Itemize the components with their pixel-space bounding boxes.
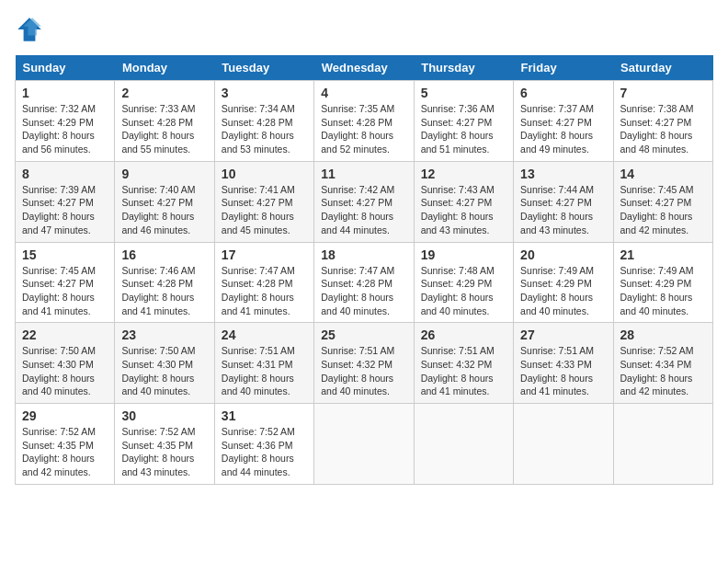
day-number: 25	[321, 327, 406, 342]
day-info: Sunrise: 7:42 AM Sunset: 4:27 PM Dayligh…	[321, 183, 406, 237]
calendar-cell: 22 Sunrise: 7:50 AM Sunset: 4:30 PM Dayl…	[16, 323, 115, 404]
calendar-cell: 23 Sunrise: 7:50 AM Sunset: 4:30 PM Dayl…	[115, 323, 214, 404]
day-info: Sunrise: 7:49 AM Sunset: 4:29 PM Dayligh…	[620, 264, 706, 318]
weekday-header-saturday: Saturday	[613, 55, 712, 81]
day-number: 28	[620, 327, 706, 342]
weekday-header-tuesday: Tuesday	[214, 55, 313, 81]
day-number: 2	[121, 86, 207, 100]
calendar-cell: 20 Sunrise: 7:49 AM Sunset: 4:29 PM Dayl…	[514, 242, 613, 323]
day-number: 11	[321, 167, 406, 181]
calendar-cell	[514, 404, 613, 485]
calendar-cell: 5 Sunrise: 7:36 AM Sunset: 4:27 PM Dayli…	[414, 81, 513, 162]
day-number: 4	[321, 86, 406, 100]
day-number: 1	[22, 86, 108, 100]
day-number: 22	[22, 327, 108, 342]
calendar-cell	[414, 404, 513, 485]
calendar-cell: 16 Sunrise: 7:46 AM Sunset: 4:28 PM Dayl…	[115, 242, 214, 323]
calendar-table: SundayMondayTuesdayWednesdayThursdayFrid…	[15, 55, 713, 485]
day-number: 20	[520, 247, 606, 262]
day-number: 14	[620, 167, 706, 181]
weekday-header-friday: Friday	[514, 55, 613, 81]
calendar-cell: 10 Sunrise: 7:41 AM Sunset: 4:27 PM Dayl…	[214, 161, 313, 242]
day-info: Sunrise: 7:39 AM Sunset: 4:27 PM Dayligh…	[22, 183, 108, 237]
calendar-cell: 11 Sunrise: 7:42 AM Sunset: 4:27 PM Dayl…	[314, 161, 414, 242]
calendar-cell: 13 Sunrise: 7:44 AM Sunset: 4:27 PM Dayl…	[514, 161, 613, 242]
calendar-cell: 27 Sunrise: 7:51 AM Sunset: 4:33 PM Dayl…	[514, 323, 613, 404]
day-info: Sunrise: 7:43 AM Sunset: 4:27 PM Dayligh…	[421, 183, 506, 237]
logo-icon	[15, 15, 44, 44]
day-number: 24	[222, 327, 307, 342]
calendar-cell: 19 Sunrise: 7:48 AM Sunset: 4:29 PM Dayl…	[414, 242, 513, 323]
calendar-cell: 25 Sunrise: 7:51 AM Sunset: 4:32 PM Dayl…	[314, 323, 414, 404]
weekday-header-sunday: Sunday	[16, 55, 115, 81]
calendar-week-1: 1 Sunrise: 7:32 AM Sunset: 4:29 PM Dayli…	[16, 81, 713, 162]
calendar-cell	[314, 404, 414, 485]
calendar-cell: 18 Sunrise: 7:47 AM Sunset: 4:28 PM Dayl…	[314, 242, 414, 323]
day-number: 7	[620, 86, 706, 100]
calendar-cell: 4 Sunrise: 7:35 AM Sunset: 4:28 PM Dayli…	[314, 81, 414, 162]
day-info: Sunrise: 7:45 AM Sunset: 4:27 PM Dayligh…	[620, 183, 706, 237]
calendar-cell: 12 Sunrise: 7:43 AM Sunset: 4:27 PM Dayl…	[414, 161, 513, 242]
day-number: 23	[121, 327, 207, 342]
calendar-cell: 31 Sunrise: 7:52 AM Sunset: 4:36 PM Dayl…	[214, 404, 313, 485]
day-number: 15	[22, 247, 108, 262]
day-number: 9	[121, 167, 207, 181]
day-number: 12	[421, 167, 506, 181]
day-info: Sunrise: 7:48 AM Sunset: 4:29 PM Dayligh…	[421, 264, 506, 318]
calendar-week-2: 8 Sunrise: 7:39 AM Sunset: 4:27 PM Dayli…	[16, 161, 713, 242]
day-info: Sunrise: 7:35 AM Sunset: 4:28 PM Dayligh…	[321, 102, 406, 156]
calendar-cell: 29 Sunrise: 7:52 AM Sunset: 4:35 PM Dayl…	[16, 404, 115, 485]
calendar-cell: 15 Sunrise: 7:45 AM Sunset: 4:27 PM Dayl…	[16, 242, 115, 323]
calendar-cell: 2 Sunrise: 7:33 AM Sunset: 4:28 PM Dayli…	[115, 81, 214, 162]
day-number: 31	[222, 408, 307, 423]
day-info: Sunrise: 7:51 AM Sunset: 4:33 PM Dayligh…	[520, 344, 606, 398]
weekday-header-row: SundayMondayTuesdayWednesdayThursdayFrid…	[16, 55, 713, 81]
page-header	[15, 15, 713, 44]
calendar-cell: 21 Sunrise: 7:49 AM Sunset: 4:29 PM Dayl…	[613, 242, 712, 323]
calendar-cell: 9 Sunrise: 7:40 AM Sunset: 4:27 PM Dayli…	[115, 161, 214, 242]
calendar-cell: 7 Sunrise: 7:38 AM Sunset: 4:27 PM Dayli…	[613, 81, 712, 162]
logo	[15, 15, 48, 44]
calendar-week-5: 29 Sunrise: 7:52 AM Sunset: 4:35 PM Dayl…	[16, 404, 713, 485]
day-info: Sunrise: 7:51 AM Sunset: 4:31 PM Dayligh…	[222, 344, 307, 398]
day-info: Sunrise: 7:44 AM Sunset: 4:27 PM Dayligh…	[520, 183, 606, 237]
calendar-cell: 1 Sunrise: 7:32 AM Sunset: 4:29 PM Dayli…	[16, 81, 115, 162]
calendar-cell: 17 Sunrise: 7:47 AM Sunset: 4:28 PM Dayl…	[214, 242, 313, 323]
calendar-cell: 24 Sunrise: 7:51 AM Sunset: 4:31 PM Dayl…	[214, 323, 313, 404]
day-info: Sunrise: 7:52 AM Sunset: 4:36 PM Dayligh…	[222, 425, 307, 479]
day-number: 26	[421, 327, 506, 342]
calendar-cell: 3 Sunrise: 7:34 AM Sunset: 4:28 PM Dayli…	[214, 81, 313, 162]
day-info: Sunrise: 7:50 AM Sunset: 4:30 PM Dayligh…	[121, 344, 207, 398]
day-info: Sunrise: 7:47 AM Sunset: 4:28 PM Dayligh…	[321, 264, 406, 318]
day-info: Sunrise: 7:37 AM Sunset: 4:27 PM Dayligh…	[520, 102, 606, 156]
day-info: Sunrise: 7:41 AM Sunset: 4:27 PM Dayligh…	[222, 183, 307, 237]
calendar-body: 1 Sunrise: 7:32 AM Sunset: 4:29 PM Dayli…	[16, 81, 713, 485]
day-number: 5	[421, 86, 506, 100]
day-number: 18	[321, 247, 406, 262]
weekday-header-wednesday: Wednesday	[314, 55, 414, 81]
day-info: Sunrise: 7:50 AM Sunset: 4:30 PM Dayligh…	[22, 344, 108, 398]
day-number: 8	[22, 167, 108, 181]
day-info: Sunrise: 7:52 AM Sunset: 4:35 PM Dayligh…	[121, 425, 207, 479]
day-number: 17	[222, 247, 307, 262]
day-number: 29	[22, 408, 108, 423]
day-info: Sunrise: 7:40 AM Sunset: 4:27 PM Dayligh…	[121, 183, 207, 237]
calendar-cell: 30 Sunrise: 7:52 AM Sunset: 4:35 PM Dayl…	[115, 404, 214, 485]
calendar-cell	[613, 404, 712, 485]
calendar-cell: 28 Sunrise: 7:52 AM Sunset: 4:34 PM Dayl…	[613, 323, 712, 404]
day-info: Sunrise: 7:33 AM Sunset: 4:28 PM Dayligh…	[121, 102, 207, 156]
day-info: Sunrise: 7:47 AM Sunset: 4:28 PM Dayligh…	[222, 264, 307, 318]
calendar-cell: 6 Sunrise: 7:37 AM Sunset: 4:27 PM Dayli…	[514, 81, 613, 162]
calendar-cell: 26 Sunrise: 7:51 AM Sunset: 4:32 PM Dayl…	[414, 323, 513, 404]
day-number: 30	[121, 408, 207, 423]
day-number: 19	[421, 247, 506, 262]
calendar-cell: 14 Sunrise: 7:45 AM Sunset: 4:27 PM Dayl…	[613, 161, 712, 242]
weekday-header-monday: Monday	[115, 55, 214, 81]
day-number: 13	[520, 167, 606, 181]
day-info: Sunrise: 7:51 AM Sunset: 4:32 PM Dayligh…	[321, 344, 406, 398]
day-info: Sunrise: 7:32 AM Sunset: 4:29 PM Dayligh…	[22, 102, 108, 156]
day-info: Sunrise: 7:52 AM Sunset: 4:34 PM Dayligh…	[620, 344, 706, 398]
day-number: 6	[520, 86, 606, 100]
day-number: 27	[520, 327, 606, 342]
day-info: Sunrise: 7:51 AM Sunset: 4:32 PM Dayligh…	[421, 344, 506, 398]
